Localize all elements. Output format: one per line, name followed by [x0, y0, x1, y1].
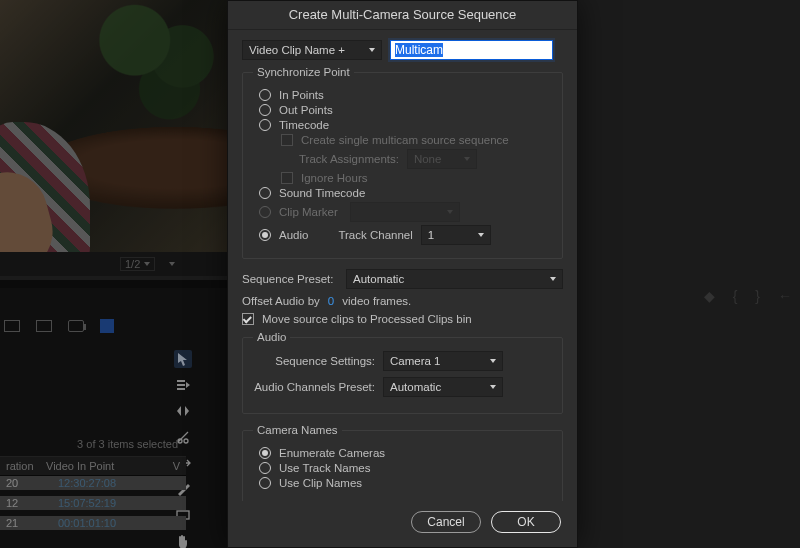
- radio-use-clip-names[interactable]: Use Clip Names: [259, 477, 552, 489]
- ripple-edit-tool-icon[interactable]: [174, 402, 192, 420]
- arrow-left-icon[interactable]: ←: [778, 288, 792, 304]
- panel-icon[interactable]: [4, 320, 20, 332]
- clip-marker-dropdown: [350, 202, 460, 222]
- field-label: Track Assignments:: [299, 153, 399, 165]
- radio-sound-timecode[interactable]: Sound Timecode: [259, 187, 552, 199]
- camera-names-group: Camera Names Enumerate Cameras Use Track…: [242, 424, 563, 501]
- cell: 21: [0, 517, 40, 529]
- sequence-preset-dropdown[interactable]: Automatic: [346, 269, 563, 289]
- radio-icon: [259, 187, 271, 199]
- checkbox-label: Move source clips to Processed Clips bin: [262, 313, 472, 325]
- checkbox-icon: [242, 313, 254, 325]
- cell-timecode: 12:30:27:08: [48, 477, 116, 489]
- cell-timecode: 00:01:01:10: [48, 517, 116, 529]
- audio-channels-label: Audio Channels Preset:: [253, 381, 375, 393]
- radio-icon: [259, 206, 271, 218]
- offset-audio-row: Offset Audio by 0 video frames.: [242, 295, 563, 307]
- synchronize-point-group: Synchronize Point In Points Out Points T…: [242, 66, 563, 259]
- zoom-dropdown[interactable]: 1/2: [120, 257, 155, 271]
- ok-button[interactable]: OK: [491, 511, 561, 533]
- audio-channels-dropdown[interactable]: Automatic: [383, 377, 503, 397]
- zoom-value: 1/2: [125, 258, 140, 270]
- timeline-nav-icons: ◆ { } ←: [704, 288, 792, 304]
- checkbox-icon: [281, 134, 293, 146]
- table-row[interactable]: 1215:07:52:19: [0, 496, 186, 510]
- sequence-preset-label: Sequence Preset:: [242, 273, 338, 285]
- radio-label: Audio: [279, 229, 308, 241]
- dropdown-value: Automatic: [353, 273, 404, 285]
- offset-value[interactable]: 0: [328, 295, 334, 307]
- selection-info: 3 of 3 items selected: [0, 434, 186, 456]
- radio-audio[interactable]: Audio Track Channel 1: [259, 225, 552, 245]
- dropdown-value: Automatic: [390, 381, 441, 393]
- checkbox-ignore-hours: Ignore Hours: [281, 172, 552, 184]
- panel-icon-strip: [0, 314, 180, 338]
- sequence-settings-dropdown[interactable]: Camera 1: [383, 351, 503, 371]
- cell: 12: [0, 497, 40, 509]
- monitor-controls: 1/2: [0, 252, 230, 276]
- col-header[interactable]: V: [167, 457, 186, 475]
- checkbox-label: Ignore Hours: [301, 172, 367, 184]
- chevron-down-icon: [169, 262, 175, 266]
- track-channel-dropdown[interactable]: 1: [421, 225, 491, 245]
- new-item-icon[interactable]: [100, 319, 114, 333]
- marker-icon[interactable]: ◆: [704, 288, 715, 304]
- text: Offset Audio by: [242, 295, 320, 307]
- radio-enumerate-cameras[interactable]: Enumerate Cameras: [259, 447, 552, 459]
- col-header[interactable]: ration: [0, 457, 40, 475]
- table-row[interactable]: 2012:30:27:08: [0, 476, 186, 490]
- group-legend: Audio: [253, 331, 290, 343]
- project-columns: ration Video In Point V: [0, 456, 186, 476]
- name-mode-label: Video Clip Name +: [249, 44, 345, 56]
- radio-icon: [259, 229, 271, 241]
- checkbox-move-clips[interactable]: Move source clips to Processed Clips bin: [242, 313, 563, 325]
- selection-tool-icon[interactable]: [174, 350, 192, 368]
- radio-label: Enumerate Cameras: [279, 447, 385, 459]
- radio-out-points[interactable]: Out Points: [259, 104, 552, 116]
- radio-label: Timecode: [279, 119, 329, 131]
- table-row[interactable]: 2100:01:01:10: [0, 516, 186, 530]
- dialog-button-row: Cancel OK: [228, 501, 577, 547]
- field-label: Track Channel: [338, 229, 412, 241]
- group-legend: Camera Names: [253, 424, 342, 436]
- radio-icon: [259, 447, 271, 459]
- name-mode-dropdown[interactable]: Video Clip Name +: [242, 40, 382, 60]
- radio-label: Use Clip Names: [279, 477, 362, 489]
- sequence-settings-label: Sequence Settings:: [253, 355, 375, 367]
- project-panel: 3 of 3 items selected ration Video In Po…: [0, 434, 186, 544]
- radio-icon: [259, 104, 271, 116]
- radio-label: Out Points: [279, 104, 333, 116]
- cell-timecode: 15:07:52:19: [48, 497, 116, 509]
- sequence-name-input[interactable]: [390, 40, 553, 60]
- radio-in-points[interactable]: In Points: [259, 89, 552, 101]
- radio-icon: [259, 89, 271, 101]
- radio-use-track-names[interactable]: Use Track Names: [259, 462, 552, 474]
- radio-icon: [259, 477, 271, 489]
- dropdown-value: Camera 1: [390, 355, 441, 367]
- create-multicam-dialog: Create Multi-Camera Source Sequence Vide…: [227, 0, 578, 548]
- cell: 20: [0, 477, 40, 489]
- dialog-title: Create Multi-Camera Source Sequence: [228, 1, 577, 30]
- radio-icon: [259, 119, 271, 131]
- checkbox-icon: [281, 172, 293, 184]
- bracket-close-icon[interactable]: }: [755, 288, 760, 304]
- track-assignments-dropdown: None: [407, 149, 477, 169]
- camera-icon[interactable]: [68, 320, 84, 332]
- group-legend: Synchronize Point: [253, 66, 354, 78]
- bracket-open-icon[interactable]: {: [733, 288, 738, 304]
- checkbox-create-single: Create single multicam source sequence: [281, 134, 552, 146]
- radio-clip-marker: Clip Marker: [259, 202, 552, 222]
- cancel-button[interactable]: Cancel: [411, 511, 481, 533]
- dropdown-value: 1: [428, 229, 434, 241]
- radio-label: Sound Timecode: [279, 187, 365, 199]
- radio-label: In Points: [279, 89, 324, 101]
- radio-timecode[interactable]: Timecode: [259, 119, 552, 131]
- col-header[interactable]: Video In Point: [40, 457, 120, 475]
- track-assignments-row: Track Assignments: None: [299, 149, 552, 169]
- program-monitor: [0, 0, 230, 252]
- radio-label: Clip Marker: [279, 206, 338, 218]
- panel-icon[interactable]: [36, 320, 52, 332]
- track-select-tool-icon[interactable]: [174, 376, 192, 394]
- radio-label: Use Track Names: [279, 462, 370, 474]
- dropdown-value: None: [414, 153, 442, 165]
